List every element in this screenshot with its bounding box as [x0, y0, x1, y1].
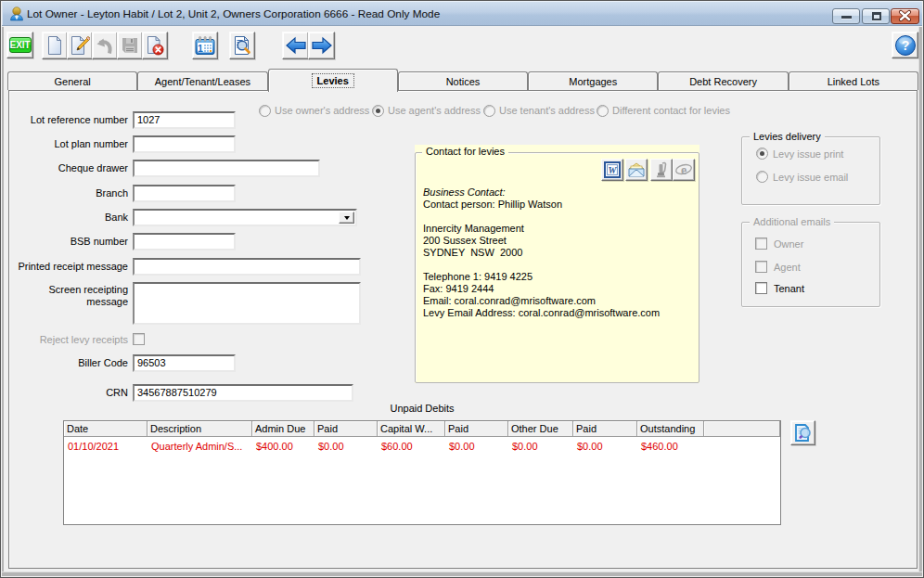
cheque-drawer-label: Cheque drawer [8, 162, 128, 174]
tenant-checkbox-label: Tenant [774, 283, 804, 294]
close-icon [892, 9, 918, 23]
tab-agent-tenant-leases[interactable]: Agent/Tenant/Leases [137, 71, 267, 90]
column-header-admin-due[interactable]: Admin Due [252, 421, 314, 437]
different-contact-radio[interactable] [597, 105, 609, 117]
window-frame-right [918, 27, 922, 576]
new-document-icon [45, 35, 64, 56]
minimize-button[interactable] [832, 8, 860, 24]
use-tenants-address-label: Use tenant's address [499, 105, 595, 116]
unpaid-debits-title: Unpaid Debits [63, 403, 781, 414]
owner-checkbox[interactable] [755, 238, 767, 250]
contact-line-fax: Fax: 9419 2444 [423, 283, 694, 295]
tab-linked-lots[interactable]: Linked Lots [789, 71, 918, 90]
email-contact-button[interactable] [625, 159, 648, 181]
bank-dropdown-arrow-icon[interactable] [339, 212, 354, 224]
use-owners-address-radio[interactable] [259, 105, 271, 117]
cell-capital-works: $60.00 [378, 440, 445, 453]
phone-icon [654, 161, 669, 178]
next-button[interactable] [308, 32, 335, 59]
contact-line-telephone: Telephone 1: 9419 4225 [423, 271, 694, 283]
column-header-paid3[interactable]: Paid [573, 421, 637, 437]
contact-line-blank2 [423, 259, 694, 271]
contact-line-person: Contact person: Phillip Watson [423, 199, 694, 211]
tab-levies[interactable]: Levies [268, 69, 398, 92]
tab-notices[interactable]: Notices [398, 71, 528, 90]
printed-receipt-message-label: Printed receipt message [8, 261, 128, 273]
column-header-capital-works[interactable]: Capital W... [378, 421, 445, 437]
svg-text:?: ? [901, 38, 909, 53]
edit-record-button[interactable] [67, 32, 93, 59]
tab-mortgages[interactable]: Mortgages [528, 71, 658, 90]
save-button[interactable] [117, 32, 143, 59]
word-icon: W [604, 161, 621, 178]
reject-levy-receipts-checkbox[interactable] [133, 333, 145, 345]
lot-plan-number-label: Lot plan number [8, 138, 128, 150]
phone-contact-button[interactable] [650, 159, 673, 181]
column-header-other-due[interactable]: Other Due [508, 421, 573, 437]
use-agents-address-radio[interactable] [372, 105, 384, 117]
cheque-drawer-input[interactable] [133, 160, 320, 177]
lot-plan-number-input[interactable] [133, 135, 236, 153]
new-record-button[interactable] [42, 32, 68, 59]
column-header-outstanding[interactable]: Outstanding [637, 421, 704, 437]
branch-input[interactable] [133, 185, 236, 202]
preview-button[interactable] [229, 32, 255, 59]
contact-for-levies-group: Contact for levies W [415, 145, 699, 383]
use-tenants-address-radio[interactable] [483, 105, 495, 117]
biller-code-input[interactable]: 96503 [133, 354, 236, 372]
arrow-right-icon [311, 35, 333, 56]
contact-line-city: SYDNEY NSW 2000 [423, 247, 694, 259]
different-contact-label: Different contact for levies [612, 105, 730, 116]
bank-select[interactable] [133, 209, 357, 226]
undo-icon [95, 35, 115, 56]
contact-line-blank1 [423, 211, 694, 223]
bsb-number-input[interactable] [133, 233, 236, 250]
tenant-checkbox[interactable] [755, 282, 767, 294]
view-debit-report-button[interactable] [790, 420, 815, 445]
use-agents-address-label: Use agent's address [388, 105, 481, 116]
calendar-icon: 1 [194, 35, 216, 57]
use-owners-address-label: Use owner's address [275, 105, 369, 116]
levies-delivery-title: Levies delivery [750, 131, 825, 142]
maximize-button[interactable] [862, 8, 890, 24]
crn-input[interactable]: 34567887510279 [133, 384, 353, 402]
arrow-left-icon [285, 35, 307, 56]
app-window: Lot Owner - Leyton Habit / Lot 2, Unit 2… [0, 0, 924, 578]
word-merge-button[interactable]: W [601, 159, 623, 181]
screen-receipting-message-textarea[interactable] [133, 282, 361, 325]
tab-general[interactable]: General [7, 71, 137, 90]
undo-button[interactable] [92, 32, 118, 59]
lot-reference-number-input[interactable]: 1027 [133, 111, 236, 129]
title-bar: Lot Owner - Leyton Habit / Lot 2, Unit 2… [2, 1, 922, 26]
column-header-paid2[interactable]: Paid [445, 421, 508, 437]
email-icon [627, 162, 646, 177]
web-contact-button[interactable]: e [673, 159, 695, 181]
levy-issue-print-radio[interactable] [756, 148, 768, 160]
contact-for-levies-title: Contact for levies [422, 146, 508, 157]
calendar-button[interactable]: 1 [192, 32, 218, 59]
help-button[interactable]: ? [892, 32, 918, 58]
agent-checkbox-label: Agent [774, 262, 801, 273]
screen-receipting-message-label: Screen receipting message [8, 284, 128, 308]
column-header-date[interactable]: Date [64, 421, 148, 437]
unpaid-debits-table[interactable]: Date Description Admin Due Paid Capital … [63, 420, 781, 525]
column-header-paid1[interactable]: Paid [314, 421, 378, 437]
close-button[interactable] [891, 8, 919, 24]
contact-line-business: Business Contact: [423, 186, 694, 199]
cancel-document-icon [145, 35, 165, 56]
column-header-description[interactable]: Description [148, 421, 252, 437]
cancel-button[interactable] [142, 32, 168, 59]
print-preview-icon [232, 35, 252, 56]
bsb-number-label: BSB number [8, 236, 128, 248]
contact-line-levy-email: Levy Email Address: coral.conrad@mrisoft… [423, 307, 694, 319]
levy-issue-email-radio[interactable] [756, 171, 768, 183]
previous-button[interactable] [282, 32, 309, 59]
exit-button[interactable]: EXIT [6, 32, 33, 58]
window-frame-bottom [2, 572, 922, 576]
tab-debt-recovery[interactable]: Debt Recovery [658, 71, 788, 90]
agent-checkbox[interactable] [755, 261, 767, 273]
printed-receipt-message-input[interactable] [133, 258, 361, 276]
window-frame-left [2, 27, 4, 576]
cell-description: Quarterly Admin/S... [148, 440, 252, 453]
levy-issue-email-label: Levy issue email [773, 172, 848, 183]
